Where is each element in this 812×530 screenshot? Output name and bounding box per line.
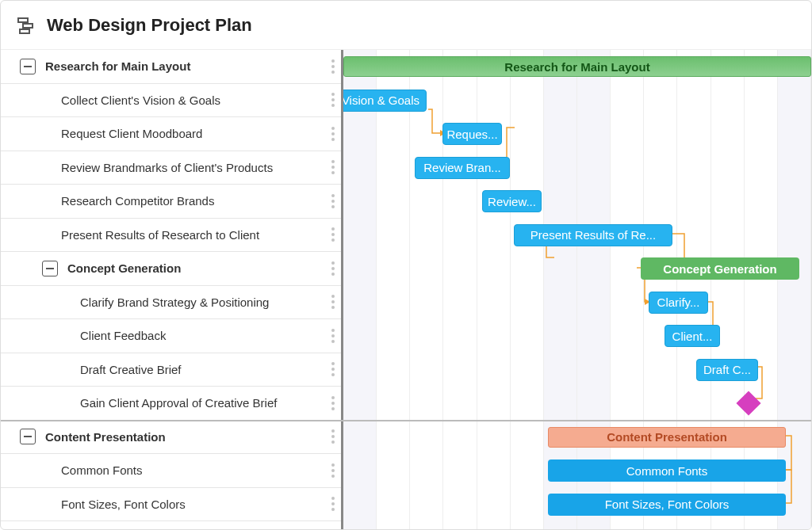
collapse-button[interactable] <box>20 59 36 74</box>
task-row[interactable]: Research Competitor Brands <box>1 185 341 219</box>
task-row[interactable]: Present Results of Research to Client <box>1 219 341 253</box>
kebab-icon[interactable] <box>331 261 335 276</box>
kebab-icon[interactable] <box>331 194 335 208</box>
task-row[interactable]: Review Brandmarks of Client's Products <box>1 151 341 185</box>
kebab-icon[interactable] <box>331 497 335 511</box>
task-row[interactable]: Client Feedback <box>1 319 341 353</box>
row-label: Present Results of Research to Client <box>61 228 325 242</box>
task-row[interactable]: Request Client Moodboard <box>1 117 341 151</box>
header: Web Design Project Plan <box>1 1 811 50</box>
row-label: Collect Client's Vision & Goals <box>61 93 325 107</box>
collapse-button[interactable] <box>20 429 36 444</box>
row-label: Common Fonts <box>61 463 325 477</box>
kebab-icon[interactable] <box>331 362 335 376</box>
gantt-bar[interactable]: s Vision & Goals <box>343 90 427 112</box>
gantt-bar[interactable]: Client... <box>665 325 720 347</box>
collapse-button[interactable] <box>42 261 58 276</box>
kebab-icon[interactable] <box>331 160 335 174</box>
gantt-bar-group[interactable]: Research for Main Layout <box>343 56 811 77</box>
kebab-icon[interactable] <box>331 396 335 410</box>
svg-rect-1 <box>23 24 33 28</box>
row-label: Review Brandmarks of Client's Products <box>61 161 325 174</box>
task-row[interactable]: Gain Client Approval of Creative Brief <box>1 387 341 421</box>
gantt-icon <box>17 16 36 35</box>
svg-rect-2 <box>20 29 29 33</box>
gantt-bar[interactable]: Review... <box>482 190 542 212</box>
gantt-bar[interactable]: Draft C... <box>696 359 758 381</box>
row-label: Research Competitor Brands <box>61 194 325 208</box>
gantt-bar[interactable]: Font Sizes, Font Colors <box>548 494 786 516</box>
gantt-milestone[interactable] <box>736 391 760 415</box>
task-list-panel: Research for Main Layout Collect Client'… <box>1 50 343 529</box>
section-divider <box>1 420 811 421</box>
gantt-bar[interactable]: Reques... <box>442 123 502 145</box>
row-label: Client Feedback <box>80 329 325 342</box>
kebab-icon[interactable] <box>331 93 335 107</box>
page-title: Web Design Project Plan <box>47 15 252 36</box>
row-label: Research for Main Layout <box>45 59 325 73</box>
gantt-bar[interactable]: Common Fonts <box>548 459 786 482</box>
kebab-icon[interactable] <box>331 59 335 74</box>
gantt-bar[interactable]: Present Results of Re... <box>514 224 672 246</box>
group-row[interactable]: Content Presentation <box>1 421 341 455</box>
kebab-icon[interactable] <box>331 429 335 444</box>
kebab-icon[interactable] <box>331 329 335 343</box>
task-row[interactable]: Collect Client's Vision & Goals <box>1 84 341 118</box>
group-row[interactable]: Research for Main Layout <box>1 50 341 84</box>
row-label: Draft Creative Brief <box>80 363 325 376</box>
row-label: Request Client Moodboard <box>61 127 325 140</box>
task-row[interactable]: Clarify Brand Strategy & Positioning <box>1 286 341 320</box>
gantt-bar[interactable]: Clarify... <box>649 292 708 314</box>
gantt-bar[interactable]: Review Bran... <box>415 157 510 179</box>
row-label: Font Sizes, Font Colors <box>61 498 325 511</box>
task-row[interactable]: Draft Creative Brief <box>1 353 341 387</box>
gantt-panel[interactable]: Research for Main Layout s Vision & Goal… <box>343 50 811 529</box>
kebab-icon[interactable] <box>331 127 335 141</box>
group-row[interactable]: Concept Generation <box>1 252 341 286</box>
task-row[interactable]: Common Fonts <box>1 454 341 488</box>
row-label: Concept Generation <box>67 261 325 275</box>
task-row[interactable]: Font Sizes, Font Colors <box>1 488 341 522</box>
row-label: Content Presentation <box>45 430 325 444</box>
row-label: Gain Client Approval of Creative Brief <box>80 396 325 410</box>
kebab-icon[interactable] <box>331 227 335 242</box>
row-label: Clarify Brand Strategy & Positioning <box>80 296 325 309</box>
kebab-icon[interactable] <box>331 295 335 309</box>
gantt-bar-group[interactable]: Content Presentation <box>548 427 786 448</box>
gantt-bar-group[interactable]: Concept Generation <box>641 257 799 280</box>
kebab-icon[interactable] <box>331 463 335 478</box>
svg-rect-0 <box>18 18 28 22</box>
